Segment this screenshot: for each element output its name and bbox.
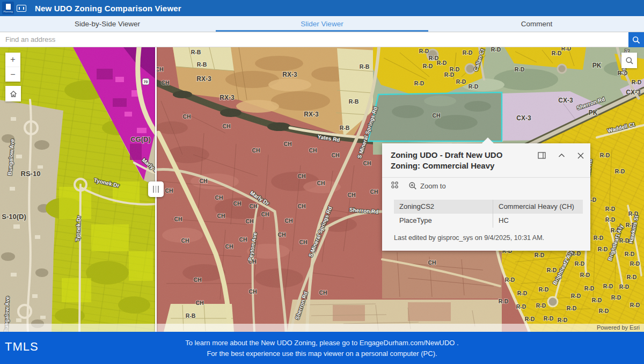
dock-icon [538, 152, 546, 159]
actions-menu-button[interactable] [391, 181, 399, 191]
collapse-button[interactable] [558, 153, 565, 158]
popup-title: Zoning UDO - Draft New UDO Zoning: Comme… [391, 150, 528, 172]
dock-button[interactable] [538, 152, 546, 159]
zoom-control: + − [5, 53, 20, 82]
feature-popup: Zoning UDO - Draft New UDO Zoning: Comme… [382, 143, 590, 251]
search-icon [625, 56, 634, 65]
esri-attribution: Powered by Esri [597, 324, 640, 331]
zoom-to-icon [408, 181, 417, 190]
address-search-bar [0, 32, 644, 47]
zoom-to-button[interactable]: Zoom to [408, 181, 446, 190]
field-value: Commercial Heavy (CH) [493, 202, 583, 210]
tab-bar: Side-by-Side Viewer Slider Viewer Commen… [0, 16, 644, 32]
map-container: 70 CG(D)RS-10S-10(D) Bungalow AveBungalo… [0, 47, 644, 332]
tab-slider-viewer[interactable]: Slider Viewer [215, 16, 429, 32]
popup-callout-arrow [482, 137, 494, 143]
tab-comment[interactable]: Comment [429, 16, 644, 32]
table-row: PlaceType HC [394, 214, 583, 228]
chevron-up-icon [558, 153, 565, 158]
page-title: New UDO Zoning Comparison Viewer [35, 4, 181, 13]
planning-logo: Planning [2, 2, 14, 14]
zoom-to-label: Zoom to [420, 182, 446, 190]
last-edited-note: Last edited by gisproc_sys on 9/4/2025, … [394, 234, 583, 242]
search-button[interactable] [628, 32, 644, 47]
attribution-bar [0, 324, 644, 332]
attribute-table: ZoningCS2 Commercial Heavy (CH) PlaceTyp… [394, 200, 583, 228]
zoom-out-button[interactable]: − [5, 67, 20, 82]
planning-logo-text: Planning [3, 10, 12, 13]
map-search-widget [621, 53, 637, 68]
map-search-button[interactable] [621, 53, 637, 68]
app-footer: TMLS To learn more about the New UDO Zon… [0, 332, 644, 364]
search-icon [632, 36, 640, 44]
footer-line1: To learn more about the New UDO Zoning, … [0, 338, 644, 348]
footer-line2: For the best experience use this map vie… [0, 348, 644, 359]
field-name: ZoningCS2 [394, 200, 493, 214]
close-icon [577, 152, 584, 159]
actions-grid-icon [391, 181, 399, 189]
home-button[interactable] [5, 86, 21, 101]
field-name: PlaceType [394, 214, 493, 228]
home-widget [5, 86, 21, 101]
popup-action-bar: Zoom to [382, 177, 590, 194]
popup-header: Zoning UDO - Draft New UDO Zoning: Comme… [382, 143, 590, 177]
search-input[interactable] [0, 32, 628, 47]
zoom-in-button[interactable]: + [5, 53, 20, 67]
tab-side-by-side-viewer[interactable]: Side-by-Side Viewer [0, 16, 215, 32]
table-row: ZoningCS2 Commercial Heavy (CH) [394, 200, 583, 214]
footer-message: To learn more about the New UDO Zoning, … [0, 338, 644, 359]
swipe-slider-handle[interactable] [148, 181, 164, 197]
close-button[interactable] [577, 152, 584, 159]
document-icon [6, 4, 11, 10]
home-icon [9, 90, 18, 98]
county-logo [17, 5, 26, 12]
field-value: HC [493, 216, 583, 224]
app-header: Planning New UDO Zoning Comparison Viewe… [0, 0, 644, 16]
